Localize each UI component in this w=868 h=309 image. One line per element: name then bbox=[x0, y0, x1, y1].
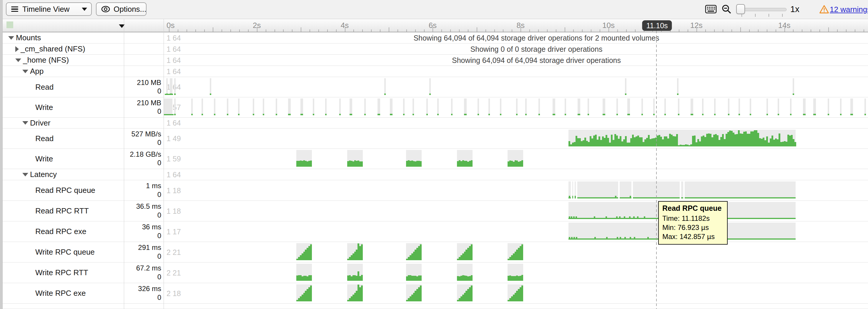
tree-item-mounts[interactable]: Mounts bbox=[2, 32, 124, 43]
chart-driver[interactable]: 1 64 bbox=[164, 117, 868, 128]
tree-item-cm-shared[interactable]: _cm_shared (NFS) bbox=[2, 43, 124, 55]
chart-mark bbox=[602, 114, 605, 115]
caret-down-icon[interactable] bbox=[22, 173, 28, 176]
chart-mark bbox=[618, 181, 620, 199]
tree-item-latency[interactable]: Latency bbox=[2, 169, 124, 180]
chart-driver-read[interactable]: 1 49 bbox=[164, 129, 868, 148]
chart-mark bbox=[813, 114, 816, 115]
row-min-value: 0 bbox=[157, 159, 161, 167]
warnings-link[interactable]: 12 warnings bbox=[830, 5, 868, 14]
tree-label: Read bbox=[35, 134, 54, 143]
ruler-tick bbox=[275, 29, 275, 32]
tree-label: Latency bbox=[30, 170, 57, 179]
chart-mark bbox=[606, 216, 607, 218]
chart-mark bbox=[588, 99, 589, 115]
row-app-read: Read210 MB01 64 bbox=[0, 77, 868, 97]
chart-read-rpc-exe[interactable]: 1 17 bbox=[164, 221, 868, 242]
caret-down-icon[interactable] bbox=[22, 70, 28, 73]
chart-mark bbox=[606, 237, 608, 238]
chart-home[interactable]: 1 64Showing 64,094 of 64,094 storage dri… bbox=[164, 55, 868, 66]
zoom-slider-handle[interactable] bbox=[736, 4, 745, 14]
chart-cm-shared[interactable]: 1 64Showing 0 of 0 storage driver operat… bbox=[164, 43, 868, 55]
ruler-tick bbox=[406, 29, 407, 32]
tree-item-driver-write[interactable]: Write bbox=[2, 149, 124, 169]
caret-down-icon[interactable] bbox=[15, 59, 21, 62]
chart-write-rpc-rtt[interactable]: 2 21 bbox=[164, 263, 868, 283]
chart-driver-write[interactable]: 1 59 bbox=[164, 149, 868, 169]
row-cm-shared: _cm_shared (NFS)1 64Showing 0 of 0 stora… bbox=[0, 43, 868, 55]
chart-mark bbox=[364, 99, 366, 115]
ruler-tick bbox=[635, 29, 636, 32]
row-partial bbox=[0, 304, 868, 309]
tree-item-read-rpc-queue[interactable]: Read RPC queue bbox=[2, 180, 124, 201]
row-values-driver-write: 2.18 GB/s0 bbox=[124, 149, 164, 169]
row-count-label: 1 64 bbox=[166, 67, 181, 75]
tree-item-home[interactable]: _home (NFS) bbox=[2, 55, 124, 66]
tree-item-app[interactable]: App bbox=[2, 66, 124, 77]
chart-mark bbox=[571, 181, 572, 199]
time-ruler[interactable]: 0s2s4s6s8s10s12s14s bbox=[164, 19, 868, 32]
chart-write-rpc-queue[interactable]: 2 21 bbox=[164, 242, 868, 262]
row-driver-write: Write2.18 GB/s01 59 bbox=[0, 149, 868, 169]
chart-app[interactable]: 1 64 bbox=[164, 66, 868, 77]
chart-mark bbox=[471, 275, 472, 281]
tooltip: Read RPC queue Time: 11.1182s Min: 76.92… bbox=[658, 201, 727, 245]
tree-item-write-rpc-rtt[interactable]: Write RPC RTT bbox=[2, 263, 124, 283]
tree-item-write-rpc-queue[interactable]: Write RPC queue bbox=[2, 242, 124, 262]
tree-item-app-read[interactable]: Read bbox=[2, 77, 124, 97]
chart-mark bbox=[361, 244, 363, 260]
chart-mark bbox=[516, 99, 518, 115]
warning-icon bbox=[819, 5, 829, 15]
ruler-tick bbox=[538, 29, 539, 32]
chart-mark bbox=[850, 114, 853, 115]
chart-app-read[interactable]: 1 64 bbox=[164, 77, 868, 97]
chart-mark bbox=[164, 99, 173, 115]
chart-mark bbox=[565, 99, 566, 115]
chart-mark bbox=[793, 78, 794, 95]
chart-mark bbox=[170, 78, 173, 95]
timeline-view-app: Timeline View Options... 1x 12 warnings bbox=[0, 0, 868, 309]
caret-down-icon[interactable] bbox=[22, 121, 28, 125]
row-count-label: 1 64 bbox=[166, 34, 181, 42]
view-selector-dropdown[interactable]: Timeline View bbox=[6, 2, 92, 16]
chart-mark bbox=[288, 99, 291, 115]
ruler-tick bbox=[565, 27, 565, 32]
chart-mark bbox=[525, 114, 527, 115]
chart-mark bbox=[214, 114, 215, 115]
chart-mark bbox=[653, 114, 655, 115]
row-message: Showing 0 of 0 storage driver operations bbox=[205, 45, 868, 53]
zoom-out-icon[interactable] bbox=[721, 4, 732, 16]
row-values-read-rpc-queue: 1 ms0 bbox=[124, 180, 164, 201]
chart-mark bbox=[420, 161, 422, 167]
ruler-tick bbox=[292, 29, 292, 32]
chart-app-write[interactable]: 1 57 bbox=[164, 97, 868, 117]
tree-item-app-write[interactable]: Write bbox=[2, 97, 124, 117]
tree-label: Mounts bbox=[16, 33, 41, 42]
tree-column-header[interactable] bbox=[2, 19, 124, 32]
row-min-value: 0 bbox=[157, 107, 161, 115]
chart-write-rpc-exe[interactable]: 2 18 bbox=[164, 283, 868, 303]
ruler-tick bbox=[740, 27, 741, 32]
chart-mark bbox=[310, 161, 312, 167]
chart-mounts[interactable]: 1 64Showing 64,094 of 64,094 storage dri… bbox=[164, 32, 868, 43]
caret-down-icon[interactable] bbox=[8, 36, 14, 40]
chart-mark bbox=[573, 216, 575, 218]
row-max-value: 36.5 ms bbox=[136, 202, 161, 210]
chart-mark bbox=[437, 114, 439, 115]
options-button[interactable]: Options... bbox=[96, 2, 147, 16]
tree-item-driver-read[interactable]: Read bbox=[2, 129, 124, 148]
tree-item-read-rpc-rtt[interactable]: Read RPC RTT bbox=[2, 201, 124, 221]
chart-read-rpc-rtt[interactable]: 1 18 bbox=[164, 201, 868, 221]
chart-latency[interactable]: 1 64 bbox=[164, 169, 868, 180]
chart-mark bbox=[426, 99, 428, 115]
caret-right-icon[interactable] bbox=[15, 46, 19, 52]
chart-read-rpc-queue[interactable]: 1 18 bbox=[164, 180, 868, 201]
keyboard-shortcuts-icon[interactable] bbox=[705, 5, 717, 15]
tree-item-driver[interactable]: Driver bbox=[2, 117, 124, 128]
chart-mark bbox=[420, 275, 422, 281]
tree-item-write-rpc-exe[interactable]: Write RPC exe bbox=[2, 283, 124, 303]
chart-mark bbox=[403, 114, 405, 115]
tree-item-read-rpc-exe[interactable]: Read RPC exe bbox=[2, 221, 124, 242]
ruler-tick bbox=[459, 29, 460, 32]
chart-mark bbox=[615, 196, 616, 197]
